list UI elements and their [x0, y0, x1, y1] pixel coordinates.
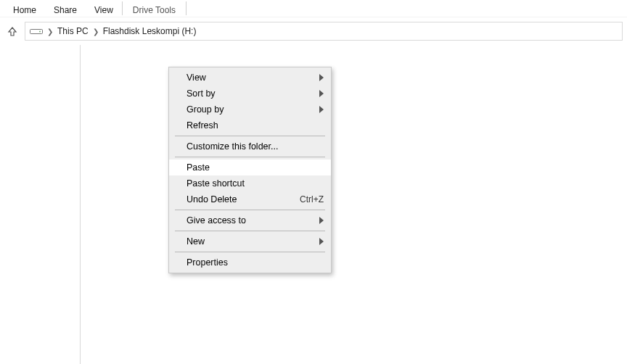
menu-item-label: Customize this folder...: [187, 141, 324, 152]
menu-item-label: Refresh: [187, 120, 324, 131]
ribbon-tabs: Home Share View Drive Tools: [0, 0, 627, 17]
tab-home[interactable]: Home: [4, 0, 45, 17]
menu-item-label: View: [187, 73, 324, 83]
menu-item-label: Paste shortcut: [187, 178, 324, 189]
tab-drive-tools[interactable]: Drive Tools: [123, 0, 186, 17]
menu-item-label: Sort by: [187, 88, 324, 99]
menu-item-label: Undo Delete: [187, 194, 300, 204]
nav-pane-divider: [80, 45, 81, 364]
menu-item-label: New: [187, 236, 324, 247]
breadcrumb-label: This PC: [57, 26, 89, 36]
menu-item-label: Give access to: [187, 215, 324, 226]
menu-item-view[interactable]: View: [169, 70, 331, 86]
drive-icon: [30, 27, 43, 36]
tab-view[interactable]: View: [86, 0, 122, 17]
tab-separator: [186, 1, 187, 15]
menu-item-properties[interactable]: Properties: [169, 255, 331, 270]
menu-item-paste-shortcut[interactable]: Paste shortcut: [169, 175, 331, 191]
context-menu: View Sort by Group by Refresh Customize …: [168, 67, 332, 273]
menu-item-customize-folder[interactable]: Customize this folder...: [169, 138, 331, 154]
menu-item-label: Group by: [187, 104, 324, 115]
address-bar[interactable]: ❯ This PC ❯ Flashdisk Leskompi (H:): [25, 22, 623, 41]
breadcrumb-item-this-pc[interactable]: This PC: [57, 26, 89, 36]
svg-point-1: [39, 31, 41, 33]
menu-separator: [175, 210, 325, 210]
chevron-right-icon: ❯: [47, 28, 53, 36]
menu-separator: [175, 252, 325, 252]
menu-item-sort-by[interactable]: Sort by: [169, 86, 331, 102]
menu-item-label: Properties: [187, 257, 324, 268]
menu-item-paste[interactable]: Paste: [169, 160, 331, 175]
chevron-right-icon: ❯: [93, 28, 99, 36]
breadcrumb-item-drive[interactable]: Flashdisk Leskompi (H:): [103, 26, 197, 36]
menu-item-label: Paste: [187, 162, 324, 173]
menu-item-undo-delete[interactable]: Undo Delete Ctrl+Z: [169, 191, 331, 207]
menu-item-refresh[interactable]: Refresh: [169, 117, 331, 133]
menu-item-give-access-to[interactable]: Give access to: [169, 212, 331, 228]
tab-share[interactable]: Share: [45, 0, 86, 17]
address-row: ❯ This PC ❯ Flashdisk Leskompi (H:): [0, 17, 627, 45]
menu-item-group-by[interactable]: Group by: [169, 102, 331, 117]
menu-separator: [175, 136, 325, 136]
up-one-level-button[interactable]: [4, 23, 20, 39]
menu-separator: [175, 157, 325, 157]
menu-item-new[interactable]: New: [169, 233, 331, 249]
menu-item-shortcut: Ctrl+Z: [300, 194, 324, 204]
breadcrumb-label: Flashdisk Leskompi (H:): [103, 26, 197, 36]
menu-separator: [175, 231, 325, 231]
